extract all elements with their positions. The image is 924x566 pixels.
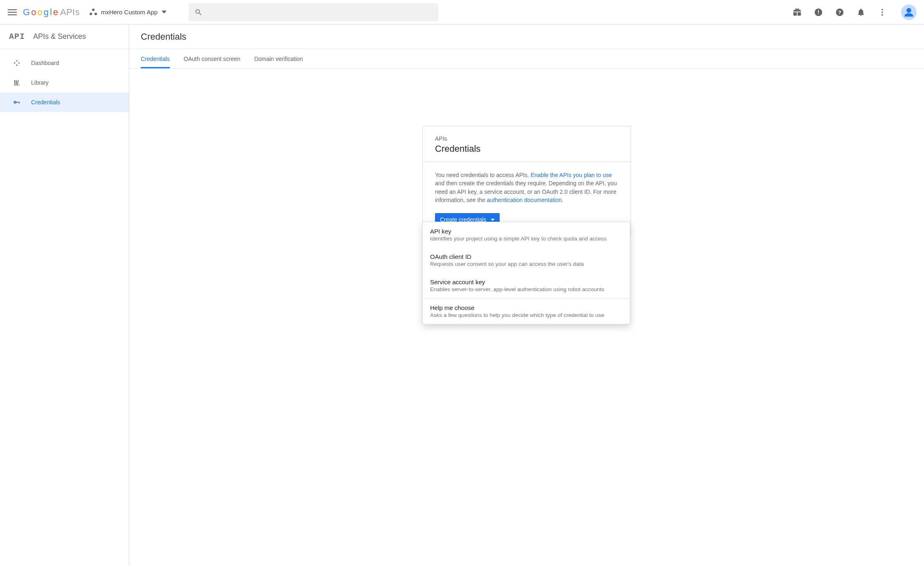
auth-docs-link[interactable]: authentication documentation — [487, 197, 562, 203]
key-icon — [12, 98, 21, 106]
svg-rect-4 — [818, 10, 819, 13]
menu-item-api-key[interactable]: API key Identifies your project using a … — [423, 222, 630, 247]
search-icon — [194, 8, 203, 16]
appbar: Google APIs mxHero Custom App ? — [0, 0, 924, 25]
svg-point-8 — [881, 9, 883, 10]
sidebar-item-dashboard[interactable]: Dashboard — [0, 53, 129, 73]
sidebar-item-credentials[interactable]: Credentials — [0, 92, 129, 112]
card-description: You need credentials to access APIs. Ena… — [435, 171, 618, 204]
menu-item-desc: Requests user consent so your app can ac… — [430, 261, 622, 267]
sidebar-nav: Dashboard Library Credentials — [0, 49, 129, 112]
card-title: Credentials — [435, 144, 618, 154]
page-title: Credentials — [141, 31, 186, 42]
svg-rect-5 — [818, 13, 819, 14]
chevron-down-icon — [491, 219, 495, 221]
svg-rect-17 — [16, 80, 17, 85]
menu-item-title: Help me choose — [430, 304, 622, 311]
menu-icon[interactable] — [7, 7, 17, 17]
svg-rect-19 — [14, 85, 20, 85]
chevron-down-icon — [162, 11, 167, 13]
svg-rect-12 — [14, 63, 15, 64]
menu-item-title: Service account key — [430, 279, 622, 285]
sidebar: API APIs & Services Dashboard Library — [0, 25, 129, 566]
svg-text:?: ? — [838, 9, 841, 15]
library-icon — [12, 79, 21, 86]
credentials-card: APIs Credentials You need credentials to… — [422, 126, 631, 237]
menu-item-desc: Enables server-to-server, app-level auth… — [430, 286, 622, 292]
content-area: APIs Credentials You need credentials to… — [129, 69, 924, 566]
tab-oauth-consent[interactable]: OAuth consent screen — [184, 56, 241, 68]
api-logo-icon: API — [9, 32, 25, 41]
svg-point-11 — [906, 8, 911, 13]
menu-item-title: API key — [430, 228, 622, 235]
page-header: Credentials — [129, 25, 924, 49]
gift-icon[interactable] — [792, 7, 802, 17]
alert-icon[interactable] — [814, 7, 823, 17]
svg-rect-18 — [17, 80, 19, 85]
svg-rect-2 — [8, 14, 17, 15]
menu-item-help-me-choose[interactable]: Help me choose Asks a few questions to h… — [423, 299, 630, 324]
tabs: Credentials OAuth consent screen Domain … — [129, 49, 924, 69]
svg-point-9 — [881, 11, 883, 13]
avatar[interactable] — [901, 4, 917, 20]
tab-domain-verification[interactable]: Domain verification — [254, 56, 303, 68]
sidebar-item-label: Dashboard — [31, 60, 59, 66]
menu-item-title: OAuth client ID — [430, 253, 622, 260]
create-credentials-menu: API key Identifies your project using a … — [422, 222, 630, 324]
svg-rect-0 — [8, 9, 17, 10]
sidebar-header: API APIs & Services — [0, 25, 129, 49]
svg-rect-13 — [16, 60, 18, 61]
enable-apis-link[interactable]: Enable the APIs you plan to use — [531, 172, 612, 178]
project-name: mxHero Custom App — [101, 9, 158, 16]
svg-rect-23 — [19, 102, 20, 103]
svg-rect-16 — [14, 80, 15, 85]
svg-point-21 — [15, 102, 16, 103]
help-icon[interactable]: ? — [835, 7, 845, 17]
sidebar-item-library[interactable]: Library — [0, 73, 129, 92]
google-apis-logo: Google APIs — [23, 7, 80, 18]
svg-rect-1 — [8, 11, 17, 12]
card-eyebrow: APIs — [435, 135, 618, 142]
main: Credentials Credentials OAuth consent sc… — [129, 25, 924, 566]
svg-rect-14 — [18, 63, 20, 64]
sidebar-item-label: Credentials — [31, 99, 60, 106]
search-input[interactable] — [207, 9, 433, 16]
sidebar-item-label: Library — [31, 79, 49, 86]
project-picker[interactable]: mxHero Custom App — [86, 6, 171, 18]
search-box[interactable] — [189, 3, 438, 21]
menu-item-desc: Identifies your project using a simple A… — [430, 236, 622, 242]
more-icon[interactable] — [877, 7, 887, 17]
menu-item-service-account-key[interactable]: Service account key Enables server-to-se… — [423, 273, 630, 298]
sidebar-title: APIs & Services — [33, 32, 86, 41]
notifications-icon[interactable] — [856, 7, 866, 17]
dashboard-icon — [12, 59, 21, 67]
menu-item-desc: Asks a few questions to help you decide … — [430, 312, 622, 318]
tab-credentials[interactable]: Credentials — [141, 56, 170, 68]
appbar-actions: ? — [792, 4, 917, 20]
project-icon — [90, 9, 97, 16]
svg-rect-15 — [16, 65, 18, 66]
menu-item-oauth-client-id[interactable]: OAuth client ID Requests user consent so… — [423, 247, 630, 273]
svg-point-10 — [881, 14, 883, 16]
